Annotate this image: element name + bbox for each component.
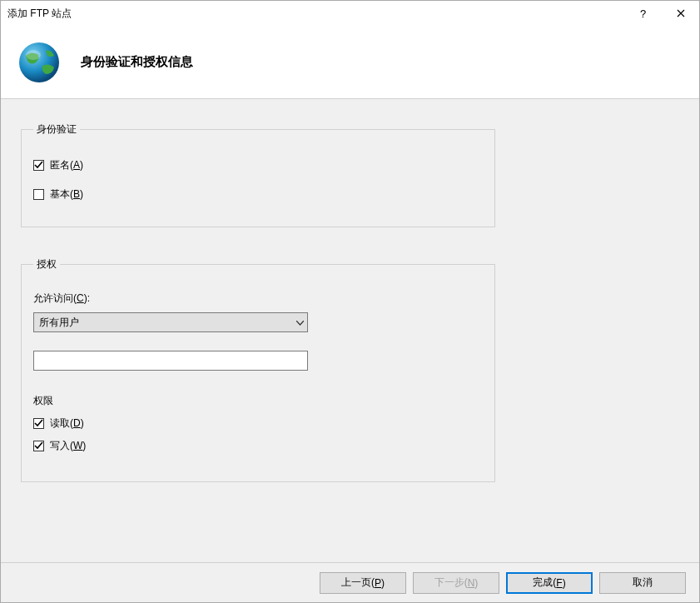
combo-selected-text: 所有用户 — [39, 316, 79, 330]
basic-label: 基本(B) — [50, 187, 83, 202]
authentication-legend: 身份验证 — [33, 122, 80, 137]
write-checkbox-row[interactable]: 写入(W) — [33, 439, 483, 453]
anonymous-checkbox-row[interactable]: 匿名(A) — [33, 158, 483, 172]
window-title: 添加 FTP 站点 — [7, 7, 624, 21]
page-title: 身份验证和授权信息 — [81, 54, 193, 70]
close-icon[interactable] — [662, 1, 699, 26]
svg-point-1 — [26, 50, 41, 60]
basic-checkbox[interactable] — [33, 189, 44, 200]
read-checkbox-row[interactable]: 读取(D) — [33, 416, 483, 431]
authorization-group: 授权 允许访问(C): 所有用户 权限 读取(D) 写入(W) — [21, 257, 495, 482]
titlebar: 添加 FTP 站点 ? — [1, 1, 699, 26]
allow-access-combo[interactable]: 所有用户 — [33, 312, 308, 332]
chevron-down-icon — [296, 318, 304, 327]
write-label: 写入(W) — [50, 439, 86, 453]
svg-point-0 — [19, 42, 59, 82]
help-icon[interactable]: ? — [624, 1, 662, 26]
anonymous-checkbox[interactable] — [33, 160, 44, 171]
titlebar-controls: ? — [624, 1, 699, 26]
authorization-legend: 授权 — [33, 257, 60, 272]
wizard-header: 身份验证和授权信息 — [1, 26, 699, 99]
write-checkbox[interactable] — [33, 441, 44, 451]
basic-checkbox-row[interactable]: 基本(B) — [33, 187, 483, 202]
read-label: 读取(D) — [50, 416, 84, 431]
previous-button[interactable]: 上一页(P) — [320, 572, 406, 594]
permissions-heading: 权限 — [33, 394, 483, 408]
anonymous-label: 匿名(A) — [50, 158, 83, 172]
globe-icon — [17, 41, 61, 84]
specified-users-input[interactable] — [33, 351, 308, 371]
read-checkbox[interactable] — [33, 418, 44, 429]
cancel-button[interactable]: 取消 — [599, 572, 686, 594]
next-button: 下一步(N) — [413, 572, 499, 594]
authentication-group: 身份验证 匿名(A) 基本(B) — [21, 122, 495, 227]
wizard-footer: 上一页(P) 下一步(N) 完成(F) 取消 — [1, 562, 699, 602]
allow-access-label: 允许访问(C): — [33, 292, 483, 306]
content-area: 身份验证 匿名(A) 基本(B) 授权 允许访问(C): 所有用户 权限 — [1, 99, 699, 562]
finish-button[interactable]: 完成(F) — [506, 572, 593, 594]
